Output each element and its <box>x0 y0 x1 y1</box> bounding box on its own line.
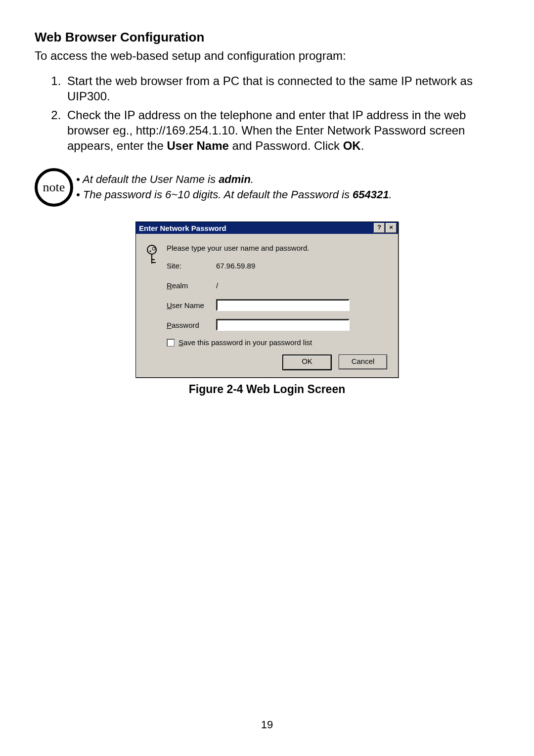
list-item: Start the web browser from a PC that is … <box>64 73 499 104</box>
step-text-bold: User Name <box>167 139 228 152</box>
dialog-titlebar: Enter Network Password ? × <box>136 222 398 234</box>
note-line: The password is 6~10 digits. At default … <box>76 187 392 203</box>
note-text: . <box>389 188 392 201</box>
dialog-fields: Please type your user name and password.… <box>167 244 389 370</box>
save-password-row: Save this password in your password list <box>167 338 389 347</box>
dialog-figure: Enter Network Password ? × <box>35 222 499 378</box>
label-rest: ave this password in your password list <box>183 338 312 347</box>
site-label: Site: <box>167 262 216 270</box>
svg-point-1 <box>152 247 155 250</box>
close-button[interactable]: × <box>386 223 397 233</box>
page-number: 19 <box>0 718 534 731</box>
realm-row: Realm / <box>167 279 389 292</box>
accel-letter: P <box>167 321 172 329</box>
svg-point-2 <box>150 251 151 252</box>
step-text: . <box>361 139 364 152</box>
note-text-bold: 654321 <box>353 188 389 201</box>
note-text: The password is 6~10 digits. At default … <box>83 188 353 201</box>
step-text: and Password. Click <box>229 139 343 152</box>
username-input[interactable] <box>216 299 350 311</box>
key-icon <box>145 244 167 370</box>
dialog-button-row: OK Cancel <box>167 355 389 370</box>
username-label: User Name <box>167 301 216 310</box>
label-rest: ser Name <box>172 301 204 310</box>
dialog-title: Enter Network Password <box>139 224 226 232</box>
dialog-body: Please type your user name and password.… <box>136 234 398 377</box>
note-content: At default the User Name is admin. The p… <box>76 172 392 203</box>
cancel-button[interactable]: Cancel <box>339 355 387 369</box>
password-input[interactable] <box>216 319 350 331</box>
section-heading: Web Browser Configuration <box>35 30 499 45</box>
note-text-bold: admin <box>219 173 251 185</box>
save-password-checkbox[interactable] <box>167 339 175 347</box>
step-text-bold: OK <box>343 139 361 152</box>
password-row: Password <box>167 318 389 331</box>
note-badge: note <box>35 168 73 207</box>
instruction-list: Start the web browser from a PC that is … <box>35 73 499 153</box>
username-row: User Name <box>167 299 389 311</box>
label-rest: ealm <box>172 281 188 290</box>
password-label: Password <box>167 321 216 329</box>
note-block: note At default the User Name is admin. … <box>35 168 499 207</box>
list-item: Check the IP address on the telephone an… <box>64 107 499 154</box>
document-page: Web Browser Configuration To access the … <box>0 0 534 756</box>
dialog-prompt: Please type your user name and password. <box>167 244 389 252</box>
figure-caption: Figure 2-4 Web Login Screen <box>35 383 499 396</box>
help-button[interactable]: ? <box>374 223 385 233</box>
realm-value: / <box>216 281 218 290</box>
step-text: Start the web browser from a PC that is … <box>67 74 473 103</box>
accel-letter: S <box>178 338 183 347</box>
enter-network-password-dialog: Enter Network Password ? × <box>135 222 399 378</box>
realm-label: Realm <box>167 281 216 290</box>
titlebar-buttons: ? × <box>374 223 397 233</box>
ok-button[interactable]: OK <box>282 355 332 370</box>
note-line: At default the User Name is admin. <box>76 172 392 187</box>
intro-text: To access the web-based setup and config… <box>35 48 499 63</box>
note-text: . <box>251 173 254 185</box>
accel-letter: U <box>167 301 172 310</box>
note-text: At default the User Name is <box>83 173 219 185</box>
site-value: 67.96.59.89 <box>216 262 255 270</box>
accel-letter: R <box>167 281 172 290</box>
save-password-label: Save this password in your password list <box>178 338 312 347</box>
label-rest: assword <box>172 321 199 329</box>
site-row: Site: 67.96.59.89 <box>167 259 389 272</box>
